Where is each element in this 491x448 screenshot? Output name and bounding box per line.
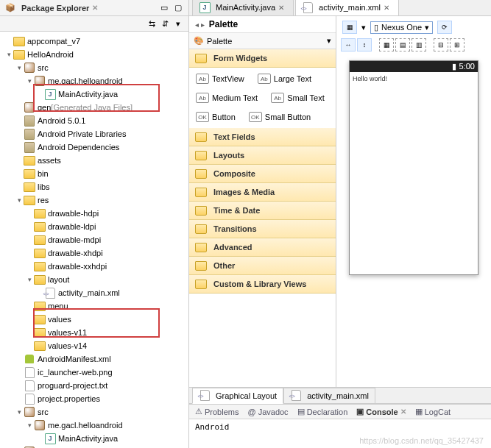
console-tab-javadoc[interactable]: @Javadoc [247, 407, 288, 416]
tree-node-appcompat-v7[interactable]: appcompat_v7 [1, 35, 187, 48]
console-tab-logcat[interactable]: ▦LogCat [415, 407, 451, 416]
editor-tab-mainactivity-java[interactable]: MainActivity.java✕ [192, 0, 294, 15]
xml-icon [44, 287, 56, 299]
maximize-icon[interactable]: ▢ [172, 2, 184, 14]
close-icon[interactable]: ✕ [278, 4, 287, 12]
tree-node-proguard-project-txt[interactable]: proguard-project.txt [1, 379, 187, 392]
fill-v-icon[interactable]: ↕ [357, 38, 372, 51]
tree-node-src[interactable]: ▾src [1, 405, 187, 419]
orientation-icon[interactable]: ⟳ [437, 21, 452, 34]
twistie-open-icon[interactable]: ▾ [25, 276, 34, 283]
tree-node-android-dependencies[interactable]: Android Dependencies [1, 141, 187, 154]
palette-cat-label: Images & Media [213, 188, 275, 196]
palette-dropdown[interactable]: 🎨 Palette ▾ [189, 33, 336, 49]
palette-cat-custom-library-views[interactable]: Custom & Library Views [189, 275, 336, 294]
src-icon [24, 102, 35, 113]
tree-node-ic-launcher-web-png[interactable]: ic_launcher-web.png [1, 366, 187, 379]
tree-node-me-gacl-helloandroid[interactable]: ▾me.gacl.helloandroid [1, 419, 187, 432]
folder-icon [24, 154, 35, 166]
widget-label: Medium Text [212, 93, 258, 102]
palette-cat-form-widgets[interactable]: Form Widgets [189, 49, 336, 68]
link-editor-icon[interactable]: ⇵ [159, 18, 171, 29]
palette-cat-time-date[interactable]: Time & Date [189, 202, 336, 220]
tree-node-menu[interactable]: menu [1, 299, 187, 313]
console-tab-console[interactable]: ▣Console ✕ [356, 407, 406, 416]
device-preview[interactable]: ▮ 5:00 Hello world! [349, 60, 478, 275]
tree-node-res[interactable]: ▾res [1, 193, 187, 207]
tree-node-android-private-libraries[interactable]: Android Private Libraries [1, 127, 187, 141]
zoom-out-icon[interactable]: ⊟ [434, 38, 448, 51]
tree-node-mainactivity-java[interactable]: MainActivity.java [1, 432, 187, 445]
palette-cat-other[interactable]: Other [189, 257, 336, 275]
tree-node-drawable-hdpi[interactable]: drawable-hdpi [1, 207, 187, 220]
palette-cat-text-fields[interactable]: Text Fields [189, 128, 336, 146]
tree-node-drawable-xxhdpi[interactable]: drawable-xxhdpi [1, 260, 187, 273]
tree-node-bin[interactable]: bin [1, 167, 187, 180]
bottom-tab-activity-main-xml[interactable]: activity_main.xml [283, 388, 375, 404]
palette-cat-images-media[interactable]: Images & Media [189, 183, 336, 202]
palette-cat-composite[interactable]: Composite [189, 165, 336, 183]
tree-node-activity-main-xml[interactable]: activity_main.xml [1, 286, 187, 299]
widget-large-text[interactable]: AbLarge Text [254, 71, 315, 87]
editor-tab-activity-main-xml[interactable]: activity_main.xml✕ [295, 0, 399, 15]
layout-opt1-icon[interactable]: ▦ [379, 38, 394, 51]
layout-tools-row: ↔ ↕ ▦ ▤ ▥ ⊟ ⊞ [339, 35, 488, 54]
twistie-open-icon[interactable]: ▾ [15, 196, 24, 204]
console-output: Android [189, 419, 491, 435]
tree-node-mainactivity-java[interactable]: MainActivity.java [1, 88, 187, 101]
fill-h-icon[interactable]: ↔ [341, 38, 356, 51]
widget-medium-text[interactable]: AbMedium Text [192, 90, 261, 106]
layout-opt2-icon[interactable]: ▤ [395, 38, 410, 51]
collapse-all-icon[interactable]: ⇆ [146, 18, 158, 29]
console-tab-label: Javadoc [258, 408, 289, 416]
view-menu-icon[interactable]: ▾ [172, 18, 184, 29]
tree-node-drawable-xhdpi[interactable]: drawable-xhdpi [1, 246, 187, 260]
twistie-open-icon[interactable]: ▾ [15, 408, 24, 416]
folder-icon [34, 207, 46, 219]
palette-cat-advanced[interactable]: Advanced [189, 238, 336, 257]
tree-node-drawable-ldpi[interactable]: drawable-ldpi [1, 220, 187, 233]
tree-node-drawable-mdpi[interactable]: drawable-mdpi [1, 233, 187, 246]
close-icon[interactable]: ✕ [384, 4, 392, 12]
widget-small-text[interactable]: AbSmall Text [267, 90, 328, 106]
tree-node-values-v14[interactable]: values-v14 [1, 339, 187, 352]
widget-textview[interactable]: AbTextView [192, 71, 248, 87]
project-tree[interactable]: appcompat_v7▾HelloAndroid▾src▾me.gacl.he… [0, 32, 188, 448]
folder-icon [34, 313, 46, 325]
tree-node-helloandroid[interactable]: ▾HelloAndroid [1, 48, 187, 61]
twistie-open-icon[interactable]: ▾ [4, 51, 13, 58]
bottom-tab-graphical-layout[interactable]: Graphical Layout [192, 388, 283, 404]
tree-node-values[interactable]: values [1, 313, 187, 326]
widget-icon: Ab [196, 93, 209, 103]
layout-opt3-icon[interactable]: ▥ [411, 38, 426, 51]
tree-node-values-v11[interactable]: values-v11 [1, 326, 187, 339]
zoom-in-icon[interactable]: ⊞ [450, 38, 464, 51]
tree-node-gen[interactable]: gen [Generated Java Files] [1, 445, 187, 448]
console-tab-problems[interactable]: ⚠Problems [195, 407, 239, 416]
nav-arrows-icon[interactable]: ◂ ▸ [195, 21, 205, 29]
twistie-open-icon[interactable]: ▾ [25, 77, 34, 85]
minimize-icon[interactable]: ▭ [158, 2, 170, 14]
tree-node-android-5-0-1[interactable]: Android 5.0.1 [1, 114, 187, 127]
config-icon[interactable]: ▦ [342, 21, 357, 34]
widget-button[interactable]: OKButton [192, 109, 239, 125]
console-tab-declaration[interactable]: ▤Declaration [297, 407, 348, 416]
close-icon[interactable]: ✕ [92, 4, 98, 12]
tree-node-project-properties[interactable]: project.properties [1, 392, 187, 405]
device-selector[interactable]: ▯ Nexus One ▾ [370, 21, 433, 34]
twistie-open-icon[interactable]: ▾ [25, 422, 34, 429]
tree-node-gen[interactable]: gen [Generated Java Files] [1, 101, 187, 114]
tree-node-assets[interactable]: assets [1, 154, 187, 167]
tree-node-layout[interactable]: ▾layout [1, 273, 187, 286]
config-dropdown-icon[interactable]: ▾ [361, 23, 366, 32]
tree-node-androidmanifest-xml[interactable]: AndroidManifest.xml [1, 352, 187, 366]
tree-node-libs[interactable]: libs [1, 180, 187, 193]
palette-cat-layouts[interactable]: Layouts [189, 146, 336, 165]
palette-cat-transitions[interactable]: Transitions [189, 220, 336, 238]
close-icon[interactable]: ✕ [400, 408, 406, 416]
twistie-open-icon[interactable]: ▾ [15, 64, 24, 71]
tree-node-src[interactable]: ▾src [1, 61, 187, 74]
folder-icon [34, 327, 46, 338]
tree-node-me-gacl-helloandroid[interactable]: ▾me.gacl.helloandroid [1, 74, 187, 88]
widget-small-button[interactable]: OKSmall Button [245, 109, 314, 125]
